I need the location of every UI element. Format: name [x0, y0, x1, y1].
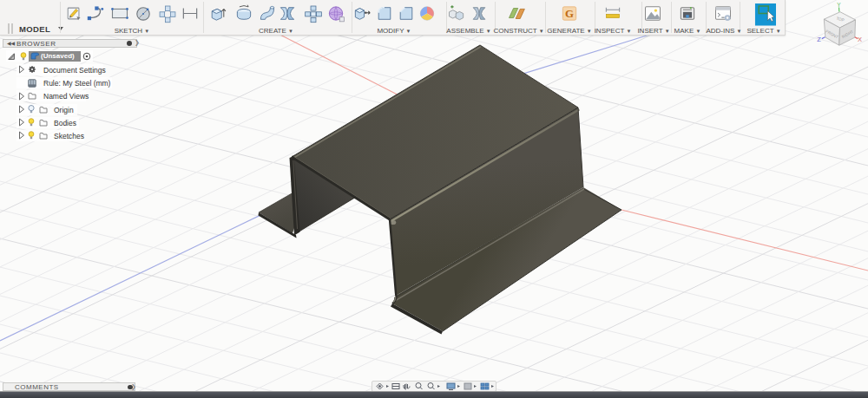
svg-text:Z: Z: [817, 36, 821, 43]
svg-text:Y: Y: [837, 2, 841, 8]
svg-text:G: G: [565, 8, 574, 20]
svg-text:X: X: [858, 36, 862, 43]
